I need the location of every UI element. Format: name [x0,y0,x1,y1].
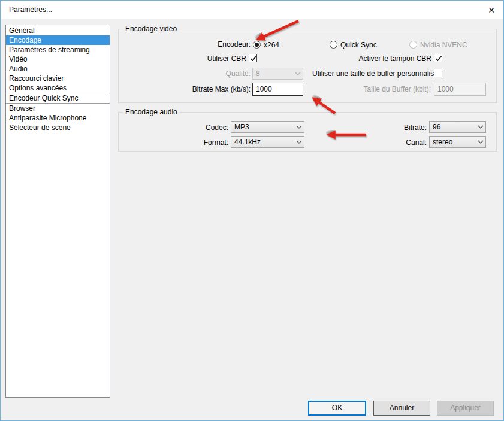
radio-nvidia-nvenc-label: Nvidia NVENC [420,41,467,49]
quality-dropdown: 8 [252,68,303,80]
cbr-buffer-checkbox[interactable] [434,54,442,62]
use-cbr-checkbox[interactable] [249,54,257,62]
settings-category-list: Général Encodage Paramètres de streaming… [5,25,110,398]
channel-dropdown[interactable]: stereo [429,136,486,148]
sidebar-item-browser[interactable]: Browser [6,104,110,113]
cancel-button[interactable]: Annuler [373,401,430,416]
buffer-size-input [434,83,486,96]
ok-button[interactable]: OK [308,401,366,416]
codec-dropdown[interactable]: MP3 [231,121,304,133]
custom-buffer-label: Utiliser une taille de buffer personnali… [312,69,431,78]
radio-x264[interactable]: x264 [253,40,279,49]
channel-value: stereo [430,137,476,147]
codec-label: Codec: [180,123,228,132]
radio-quick-sync[interactable]: Quick Sync [330,40,377,49]
quality-label: Qualité: [180,69,251,78]
chevron-down-icon [476,140,485,144]
use-cbr-label: Utiliser CBR [180,54,246,63]
window-title: Paramètres... [9,5,52,14]
format-value: 44.1kHz [231,137,294,147]
sidebar-item-options-avancees[interactable]: Options avancées [6,83,110,93]
bitrate-value: 96 [430,122,476,132]
sidebar-item-streaming[interactable]: Paramètres de streaming [6,45,110,54]
audio-group-title: Encodage audio [123,108,180,117]
sidebar-item-raccourci[interactable]: Raccourci clavier [6,74,110,83]
radio-x264-label: x264 [264,41,279,49]
radio-nvidia-nvenc-icon [409,41,417,49]
sidebar-item-encodage[interactable]: Encodage [6,35,110,45]
format-dropdown[interactable]: 44.1kHz [231,136,304,148]
radio-quick-sync-icon [330,41,337,49]
apply-button: Appliquer [437,401,494,416]
radio-quick-sync-label: Quick Sync [340,41,377,49]
bitrate-label: Bitrate: [379,123,427,132]
sidebar-item-general[interactable]: Général [6,26,110,35]
custom-buffer-checkbox[interactable] [434,69,442,77]
sidebar-item-audio[interactable]: Audio [6,64,110,74]
sidebar-item-antiparasite[interactable]: Antiparasite Microphone [6,113,110,123]
chevron-down-icon [294,125,304,129]
sidebar-item-encodeur-quick-sync[interactable]: Encodeur Quick Sync [6,93,110,104]
max-bitrate-input[interactable] [252,83,303,96]
chevron-down-icon [476,125,485,129]
checkmark-icon [249,54,258,63]
chevron-down-icon [293,72,303,75]
bitrate-dropdown[interactable]: 96 [429,121,486,133]
radio-x264-icon [253,41,261,49]
channel-label: Canal: [379,138,427,147]
cbr-buffer-label: Activer le tampon CBR [336,54,431,63]
title-bar: Paramètres... ✕ [1,1,503,19]
settings-dialog: Paramètres... ✕ Général Encodage Paramèt… [0,0,504,421]
format-label: Format: [180,138,228,147]
encoder-label: Encodeur: [180,40,251,49]
video-group-title: Encodage vidéo [123,25,179,34]
max-bitrate-label: Bitrate Max (kb/s): [168,85,251,94]
sidebar-item-selecteur-scene[interactable]: Sélecteur de scène [6,123,110,132]
sidebar-item-video[interactable]: Vidéo [6,54,110,64]
close-icon[interactable]: ✕ [484,4,499,16]
quality-value: 8 [253,68,293,79]
codec-value: MP3 [231,122,294,132]
chevron-down-icon [294,140,304,144]
radio-nvidia-nvenc: Nvidia NVENC [409,40,467,49]
checkmark-icon [434,54,443,63]
buffer-size-label: Taille du Buffer (kbit): [348,85,431,94]
